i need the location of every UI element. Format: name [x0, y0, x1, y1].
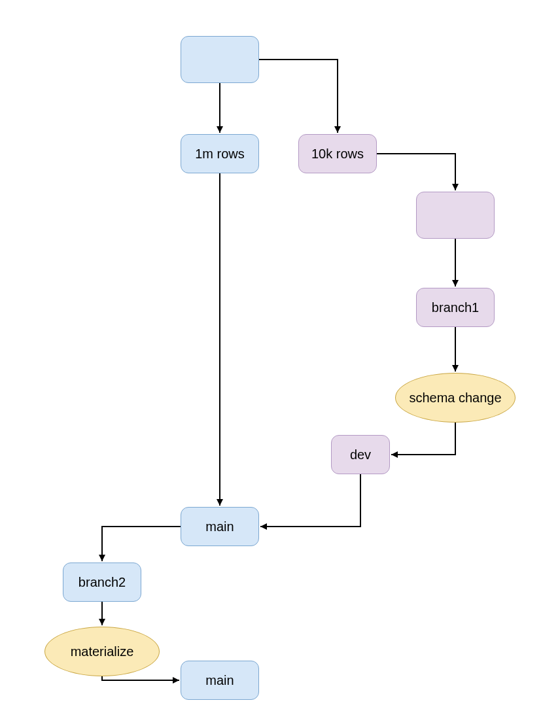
edge-schema-dev	[391, 423, 455, 455]
node-materialize-label: materialize	[71, 644, 134, 659]
node-dev-label: dev	[350, 447, 371, 462]
node-main2-label: main	[205, 673, 234, 688]
node-main2: main	[181, 661, 259, 700]
edge-dev-main	[260, 474, 360, 527]
edge-materialize-main2	[102, 676, 179, 680]
node-rows-1m-label: 1m rows	[195, 147, 245, 162]
node-rows-10k-label: 10k rows	[311, 147, 364, 162]
node-materialize: materialize	[44, 627, 160, 676]
node-rows-1m: 1m rows	[181, 134, 259, 173]
node-root	[181, 36, 259, 83]
edge-root-rows10k	[259, 60, 338, 133]
node-branch1-label: branch1	[432, 300, 479, 315]
node-branch2: branch2	[63, 563, 141, 602]
edge-rows10k-empty	[377, 154, 455, 190]
node-empty-purple	[416, 192, 495, 239]
node-rows-10k: 10k rows	[298, 134, 377, 173]
node-main-label: main	[205, 519, 234, 534]
diagram-canvas: 1m rows 10k rows branch1 schema change d…	[0, 0, 560, 728]
node-branch1: branch1	[416, 288, 495, 327]
node-dev: dev	[331, 435, 390, 474]
edge-main-branch2	[102, 527, 181, 561]
node-schema-change-label: schema change	[409, 390, 501, 406]
edges-layer	[0, 0, 560, 728]
node-main: main	[181, 507, 259, 546]
node-branch2-label: branch2	[79, 575, 126, 590]
node-schema-change: schema change	[395, 373, 516, 423]
